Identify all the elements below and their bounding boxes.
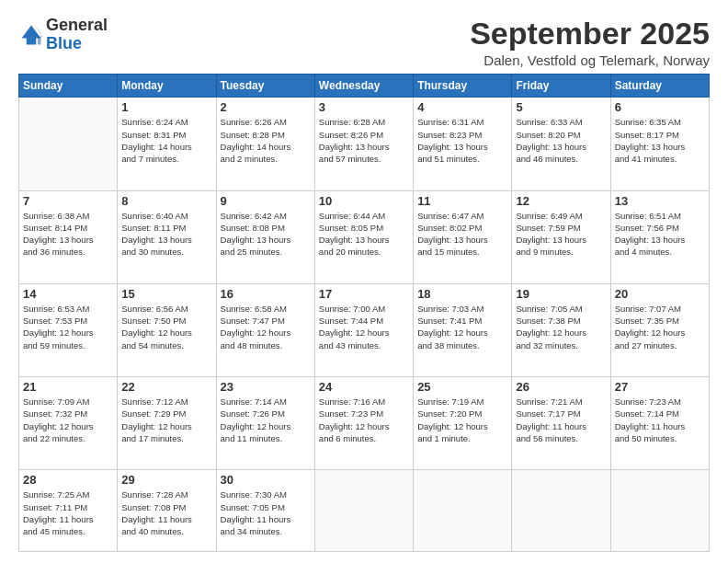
logo-icon [18,22,44,48]
day-info: Sunrise: 7:30 AM Sunset: 7:05 PM Dayligh… [221,488,311,537]
calendar-cell: 18Sunrise: 7:03 AM Sunset: 7:41 PM Dayli… [414,283,512,376]
calendar-header-thursday: Thursday [414,75,512,98]
subtitle: Dalen, Vestfold og Telemark, Norway [470,52,710,68]
day-number: 4 [417,100,507,114]
calendar-cell: 15Sunrise: 6:56 AM Sunset: 7:50 PM Dayli… [118,283,216,376]
calendar-cell: 23Sunrise: 7:14 AM Sunset: 7:26 PM Dayli… [216,377,314,470]
day-info: Sunrise: 6:51 AM Sunset: 7:56 PM Dayligh… [615,210,705,259]
day-info: Sunrise: 6:58 AM Sunset: 7:47 PM Dayligh… [221,303,311,351]
day-info: Sunrise: 6:38 AM Sunset: 8:14 PM Dayligh… [23,210,113,259]
calendar-cell: 6Sunrise: 6:35 AM Sunset: 8:17 PM Daylig… [610,98,709,190]
day-info: Sunrise: 6:40 AM Sunset: 8:11 PM Dayligh… [121,210,211,259]
day-info: Sunrise: 7:00 AM Sunset: 7:44 PM Dayligh… [319,303,409,351]
day-number: 3 [319,100,409,114]
day-info: Sunrise: 6:47 AM Sunset: 8:02 PM Dayligh… [417,210,507,259]
calendar-header-friday: Friday [512,75,610,98]
day-info: Sunrise: 6:42 AM Sunset: 8:08 PM Dayligh… [221,210,311,259]
calendar-week-3: 14Sunrise: 6:53 AM Sunset: 7:53 PM Dayli… [19,283,710,376]
title-block: September 2025 Dalen, Vestfold og Telema… [470,17,710,68]
day-number: 1 [121,100,211,114]
calendar-header-wednesday: Wednesday [314,75,413,98]
day-number: 25 [417,380,507,394]
day-info: Sunrise: 7:05 AM Sunset: 7:38 PM Dayligh… [516,303,606,351]
calendar-cell: 2Sunrise: 6:26 AM Sunset: 8:28 PM Daylig… [216,98,314,190]
day-number: 27 [615,380,705,394]
logo-text: General Blue [46,17,108,53]
calendar-cell [314,470,413,552]
day-number: 24 [319,380,409,394]
day-info: Sunrise: 7:19 AM Sunset: 7:20 PM Dayligh… [417,396,507,444]
day-number: 12 [516,194,606,208]
logo: General Blue [18,17,108,53]
day-info: Sunrise: 6:33 AM Sunset: 8:20 PM Dayligh… [516,116,606,165]
day-info: Sunrise: 6:35 AM Sunset: 8:17 PM Dayligh… [615,116,705,165]
calendar-cell [19,98,118,190]
day-info: Sunrise: 7:12 AM Sunset: 7:29 PM Dayligh… [121,396,211,444]
calendar-week-5: 28Sunrise: 7:25 AM Sunset: 7:11 PM Dayli… [19,470,710,552]
calendar-cell: 5Sunrise: 6:33 AM Sunset: 8:20 PM Daylig… [512,98,610,190]
day-info: Sunrise: 7:16 AM Sunset: 7:23 PM Dayligh… [319,396,409,444]
day-info: Sunrise: 7:25 AM Sunset: 7:11 PM Dayligh… [23,488,113,537]
calendar-cell [610,470,709,552]
calendar-header-sunday: Sunday [19,75,118,98]
calendar-header-saturday: Saturday [610,75,709,98]
day-info: Sunrise: 6:44 AM Sunset: 8:05 PM Dayligh… [319,210,409,259]
month-title: September 2025 [470,17,710,51]
day-info: Sunrise: 7:21 AM Sunset: 7:17 PM Dayligh… [516,396,606,444]
day-info: Sunrise: 7:09 AM Sunset: 7:32 PM Dayligh… [23,396,113,444]
calendar-cell: 16Sunrise: 6:58 AM Sunset: 7:47 PM Dayli… [216,283,314,376]
day-number: 16 [221,287,311,301]
day-info: Sunrise: 6:49 AM Sunset: 7:59 PM Dayligh… [516,210,606,259]
calendar-cell: 30Sunrise: 7:30 AM Sunset: 7:05 PM Dayli… [216,470,314,552]
logo-general: General [46,16,108,34]
calendar-cell: 9Sunrise: 6:42 AM Sunset: 8:08 PM Daylig… [216,190,314,283]
day-info: Sunrise: 6:53 AM Sunset: 7:53 PM Dayligh… [23,303,113,351]
day-number: 30 [221,473,311,487]
logo-blue: Blue [46,34,82,52]
calendar-cell: 10Sunrise: 6:44 AM Sunset: 8:05 PM Dayli… [314,190,413,283]
calendar-cell: 12Sunrise: 6:49 AM Sunset: 7:59 PM Dayli… [512,190,610,283]
calendar-week-2: 7Sunrise: 6:38 AM Sunset: 8:14 PM Daylig… [19,190,710,283]
calendar-header-tuesday: Tuesday [216,75,314,98]
day-number: 20 [615,287,705,301]
day-info: Sunrise: 7:03 AM Sunset: 7:41 PM Dayligh… [417,303,507,351]
day-number: 2 [221,100,311,114]
calendar-cell: 17Sunrise: 7:00 AM Sunset: 7:44 PM Dayli… [314,283,413,376]
header: General Blue September 2025 Dalen, Vestf… [18,17,710,68]
calendar-cell: 22Sunrise: 7:12 AM Sunset: 7:29 PM Dayli… [118,377,216,470]
day-number: 8 [121,194,211,208]
day-number: 14 [23,287,113,301]
calendar-week-1: 1Sunrise: 6:24 AM Sunset: 8:31 PM Daylig… [19,98,710,190]
day-number: 21 [23,380,113,394]
calendar-header-monday: Monday [118,75,216,98]
day-info: Sunrise: 6:56 AM Sunset: 7:50 PM Dayligh… [121,303,211,351]
calendar-cell: 28Sunrise: 7:25 AM Sunset: 7:11 PM Dayli… [19,470,118,552]
day-info: Sunrise: 6:24 AM Sunset: 8:31 PM Dayligh… [121,116,211,165]
calendar-cell: 3Sunrise: 6:28 AM Sunset: 8:26 PM Daylig… [314,98,413,190]
day-info: Sunrise: 7:14 AM Sunset: 7:26 PM Dayligh… [221,396,311,444]
calendar-cell: 1Sunrise: 6:24 AM Sunset: 8:31 PM Daylig… [118,98,216,190]
calendar-cell: 21Sunrise: 7:09 AM Sunset: 7:32 PM Dayli… [19,377,118,470]
calendar-cell [414,470,512,552]
day-number: 9 [221,194,311,208]
day-info: Sunrise: 6:31 AM Sunset: 8:23 PM Dayligh… [417,116,507,165]
calendar-cell: 25Sunrise: 7:19 AM Sunset: 7:20 PM Dayli… [414,377,512,470]
calendar-cell: 26Sunrise: 7:21 AM Sunset: 7:17 PM Dayli… [512,377,610,470]
day-number: 19 [516,287,606,301]
calendar-table: SundayMondayTuesdayWednesdayThursdayFrid… [18,74,710,552]
day-number: 6 [615,100,705,114]
calendar-cell: 27Sunrise: 7:23 AM Sunset: 7:14 PM Dayli… [610,377,709,470]
day-info: Sunrise: 7:07 AM Sunset: 7:35 PM Dayligh… [615,303,705,351]
day-number: 13 [615,194,705,208]
day-number: 22 [121,380,211,394]
calendar-cell: 20Sunrise: 7:07 AM Sunset: 7:35 PM Dayli… [610,283,709,376]
day-info: Sunrise: 7:23 AM Sunset: 7:14 PM Dayligh… [615,396,705,444]
day-number: 18 [417,287,507,301]
day-number: 28 [23,473,113,487]
day-number: 23 [221,380,311,394]
calendar-header-row: SundayMondayTuesdayWednesdayThursdayFrid… [19,75,710,98]
calendar-week-4: 21Sunrise: 7:09 AM Sunset: 7:32 PM Dayli… [19,377,710,470]
page: General Blue September 2025 Dalen, Vestf… [0,0,728,563]
day-info: Sunrise: 7:28 AM Sunset: 7:08 PM Dayligh… [121,488,211,537]
calendar-cell: 8Sunrise: 6:40 AM Sunset: 8:11 PM Daylig… [118,190,216,283]
